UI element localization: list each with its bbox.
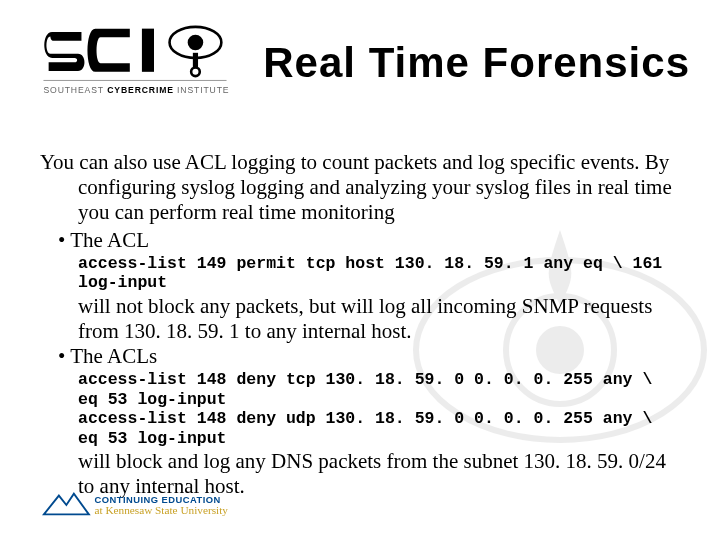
bullet2-text: The ACLs [70,344,157,368]
slide-title: Real Time Forensics [250,42,690,84]
footer-logo: CONTINUING EDUCATION at Kennesaw State U… [42,490,342,522]
slide-body: You can also use ACL logging to count pa… [40,150,680,500]
mountain-icon [44,494,89,515]
logo-line3: INSTITUTE [177,84,229,94]
intro-paragraph: You can also use ACL logging to count pa… [40,150,680,226]
bullet1-text: The ACL [70,228,149,252]
svg-rect-3 [142,28,154,71]
intro-text: You can also use ACL logging to count pa… [40,150,680,226]
header: SOUTHEAST CYBERCRIME INSTITUTE Real Time… [40,18,690,108]
logo-line1: SOUTHEAST [43,84,104,94]
svg-point-5 [188,34,204,50]
bullet-item-2: The ACLs [40,344,680,369]
svg-point-7 [191,67,200,76]
code-block-1: access-list 149 permit tcp host 130. 18.… [40,254,680,293]
svg-rect-6 [193,53,198,69]
svg-text:SOUTHEAST
        CYBERCRIME
 : SOUTHEAST CYBERCRIME INSTITUTE [43,84,229,94]
slide: SOUTHEAST CYBERCRIME INSTITUTE Real Time… [0,0,720,540]
code-block-2: access-list 148 deny tcp 130. 18. 59. 0 … [40,370,680,448]
logo-line2: CYBERCRIME [107,84,174,94]
after-code-1: will not block any packets, but will log… [40,294,680,344]
footer-line2: at Kennesaw State University [95,505,229,517]
bullet-item-1: The ACL [40,228,680,253]
sci-logo: SOUTHEAST CYBERCRIME INSTITUTE [40,20,230,106]
